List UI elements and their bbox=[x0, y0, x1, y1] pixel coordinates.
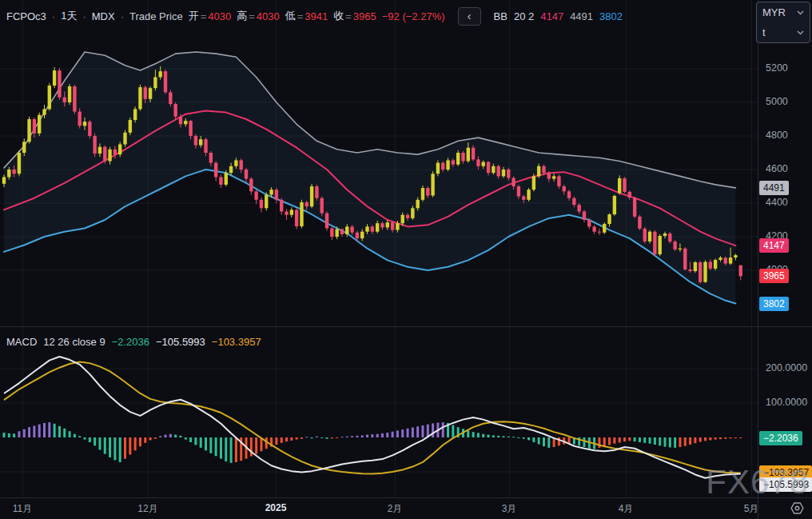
bb-params: 20 2 bbox=[514, 10, 534, 22]
symbol-header: FCPOc3 · 1天 · MDX · Trade Price 开=4030 高… bbox=[6, 6, 623, 26]
chart-canvas[interactable] bbox=[0, 0, 758, 497]
chevron-left-icon: ‹ bbox=[468, 10, 472, 22]
interval-label[interactable]: 1天 bbox=[61, 9, 77, 23]
time-axis-label-4月: 4月 bbox=[619, 502, 634, 516]
chevron-down-icon bbox=[797, 10, 804, 15]
price-tick-4600: 4600 bbox=[766, 163, 788, 174]
macd-name: MACD bbox=[6, 336, 37, 348]
price-type-label: Trade Price bbox=[129, 10, 183, 22]
macd-badge: −105.5993 bbox=[759, 477, 812, 492]
price-tick-4400: 4400 bbox=[766, 197, 788, 208]
macd-params: 12 26 close 9 bbox=[43, 336, 105, 348]
macd-indicator-row[interactable]: MACD 12 26 close 9 −2.2036 −105.5993 −10… bbox=[6, 336, 261, 348]
open-value: 开=4030 bbox=[189, 9, 232, 23]
price-badge-4147: 4147 bbox=[759, 238, 789, 253]
high-value: 高=4030 bbox=[237, 9, 280, 23]
unit-dropdown[interactable]: t bbox=[757, 22, 810, 42]
time-axis-label-5月: 5月 bbox=[744, 502, 759, 516]
price-tick-5000: 5000 bbox=[766, 96, 788, 107]
time-axis[interactable]: 11月12月20252月3月4月5月 bbox=[0, 497, 812, 519]
time-axis-label-2月: 2月 bbox=[388, 502, 403, 516]
collapse-back-button[interactable]: ‹ bbox=[458, 7, 481, 26]
currency-dropdown[interactable]: MYR bbox=[757, 2, 810, 22]
time-axis-label-12月: 12月 bbox=[137, 502, 157, 516]
macd-line-value: −105.5993 bbox=[156, 336, 205, 348]
unit-value: t bbox=[762, 26, 766, 38]
macd-tick-100: 100.0000 bbox=[766, 397, 807, 408]
time-axis-label-2025: 2025 bbox=[265, 502, 287, 513]
price-badge-4491: 4491 bbox=[759, 181, 789, 195]
price-badge-3965: 3965 bbox=[759, 269, 789, 283]
separator-dot: · bbox=[121, 10, 124, 22]
macd-signal-value: −103.3957 bbox=[212, 336, 261, 348]
macd-badge: −2.2036 bbox=[759, 431, 802, 445]
separator-dot: · bbox=[52, 10, 55, 22]
price-badge-3802: 3802 bbox=[759, 297, 789, 311]
bb-upper-value: 4491 bbox=[570, 10, 593, 22]
currency-value: MYR bbox=[762, 6, 786, 18]
price-tick-5200: 5200 bbox=[766, 62, 788, 74]
price-tick-4800: 4800 bbox=[766, 130, 788, 141]
macd-tick-200: 200.0000 bbox=[766, 362, 807, 373]
price-axis[interactable]: 5200500048004600440042004000200.0000100.… bbox=[758, 0, 812, 519]
time-axis-label-3月: 3月 bbox=[502, 502, 517, 516]
bb-lower-value: 3802 bbox=[599, 10, 623, 22]
panel-divider[interactable] bbox=[0, 326, 812, 327]
symbol-name[interactable]: FCPOc3 bbox=[6, 10, 46, 22]
time-axis-label-11月: 11月 bbox=[13, 502, 32, 516]
chart-settings-gear-icon[interactable] bbox=[790, 501, 804, 515]
trading-chart-window: FCPOc3 · 1天 · MDX · Trade Price 开=4030 高… bbox=[0, 0, 812, 519]
separator-dot: · bbox=[82, 10, 86, 22]
exchange-label: MDX bbox=[92, 10, 115, 22]
bb-basis-value: 4147 bbox=[540, 10, 563, 22]
chevron-down-icon bbox=[797, 30, 804, 35]
bb-name: BB bbox=[494, 10, 508, 22]
scale-settings-box: MYR t bbox=[756, 2, 810, 43]
close-value: 收=3965 bbox=[333, 9, 376, 23]
low-value: 低=3941 bbox=[285, 9, 328, 23]
macd-hist-value: −2.2036 bbox=[112, 336, 149, 348]
bb-indicator-row[interactable]: BB 20 2 4147 4491 3802 bbox=[494, 10, 623, 22]
change-value: −92 (−2.27%) bbox=[382, 10, 445, 22]
